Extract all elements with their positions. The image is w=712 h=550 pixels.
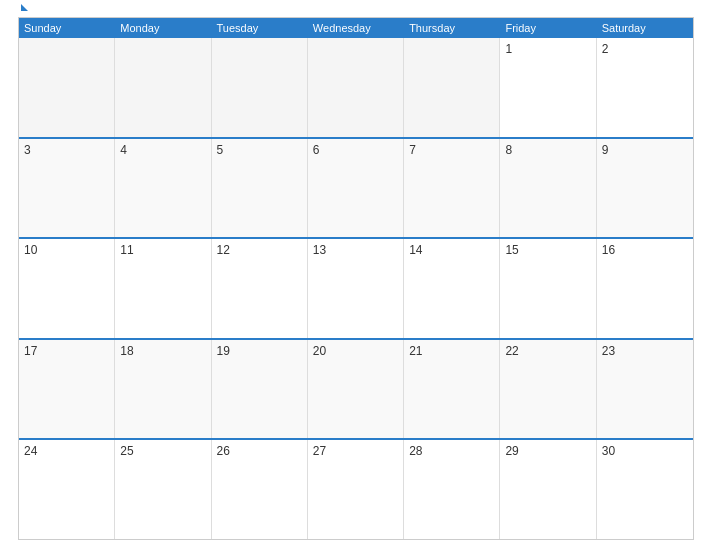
calendar-cell: 9 — [597, 139, 693, 238]
logo-triangle-icon — [21, 4, 28, 11]
calendar-cell: 18 — [115, 340, 211, 439]
calendar-week-4: 17181920212223 — [19, 338, 693, 439]
day-number: 30 — [602, 444, 615, 458]
day-number: 1 — [505, 42, 512, 56]
day-number: 8 — [505, 143, 512, 157]
day-number: 13 — [313, 243, 326, 257]
day-number: 6 — [313, 143, 320, 157]
calendar-cell: 12 — [212, 239, 308, 338]
day-number: 9 — [602, 143, 609, 157]
day-of-week-monday: Monday — [115, 18, 211, 38]
day-of-week-sunday: Sunday — [19, 18, 115, 38]
day-number: 16 — [602, 243, 615, 257]
day-number: 26 — [217, 444, 230, 458]
calendar-cell: 29 — [500, 440, 596, 539]
day-number: 17 — [24, 344, 37, 358]
day-number: 18 — [120, 344, 133, 358]
calendar-cell: 1 — [500, 38, 596, 137]
day-of-week-saturday: Saturday — [597, 18, 693, 38]
calendar-cell: 24 — [19, 440, 115, 539]
header — [18, 10, 694, 11]
page: SundayMondayTuesdayWednesdayThursdayFrid… — [0, 0, 712, 550]
calendar-cell — [212, 38, 308, 137]
calendar-header: SundayMondayTuesdayWednesdayThursdayFrid… — [19, 18, 693, 38]
calendar-body: 1234567891011121314151617181920212223242… — [19, 38, 693, 539]
day-of-week-tuesday: Tuesday — [212, 18, 308, 38]
calendar-week-5: 24252627282930 — [19, 438, 693, 539]
calendar-cell: 6 — [308, 139, 404, 238]
day-number: 3 — [24, 143, 31, 157]
day-number: 2 — [602, 42, 609, 56]
calendar-cell: 27 — [308, 440, 404, 539]
calendar-cell: 8 — [500, 139, 596, 238]
calendar-cell: 21 — [404, 340, 500, 439]
day-number: 7 — [409, 143, 416, 157]
day-number: 12 — [217, 243, 230, 257]
calendar-cell: 23 — [597, 340, 693, 439]
day-number: 11 — [120, 243, 133, 257]
calendar-cell: 10 — [19, 239, 115, 338]
calendar-cell: 25 — [115, 440, 211, 539]
calendar-cell: 28 — [404, 440, 500, 539]
calendar-cell: 17 — [19, 340, 115, 439]
calendar-cell: 4 — [115, 139, 211, 238]
calendar-cell: 11 — [115, 239, 211, 338]
calendar-cell: 2 — [597, 38, 693, 137]
day-number: 28 — [409, 444, 422, 458]
day-number: 20 — [313, 344, 326, 358]
day-number: 4 — [120, 143, 127, 157]
day-number: 10 — [24, 243, 37, 257]
day-number: 19 — [217, 344, 230, 358]
day-number: 24 — [24, 444, 37, 458]
calendar: SundayMondayTuesdayWednesdayThursdayFrid… — [18, 17, 694, 540]
day-number: 25 — [120, 444, 133, 458]
day-number: 14 — [409, 243, 422, 257]
calendar-cell: 26 — [212, 440, 308, 539]
calendar-cell — [19, 38, 115, 137]
calendar-cell: 5 — [212, 139, 308, 238]
calendar-week-2: 3456789 — [19, 137, 693, 238]
calendar-cell: 14 — [404, 239, 500, 338]
calendar-week-1: 12 — [19, 38, 693, 137]
calendar-cell: 30 — [597, 440, 693, 539]
day-number: 27 — [313, 444, 326, 458]
day-number: 21 — [409, 344, 422, 358]
day-of-week-friday: Friday — [500, 18, 596, 38]
day-of-week-thursday: Thursday — [404, 18, 500, 38]
calendar-cell: 22 — [500, 340, 596, 439]
day-number: 22 — [505, 344, 518, 358]
calendar-cell: 20 — [308, 340, 404, 439]
day-of-week-wednesday: Wednesday — [308, 18, 404, 38]
day-number: 23 — [602, 344, 615, 358]
calendar-cell — [308, 38, 404, 137]
day-number: 29 — [505, 444, 518, 458]
logo — [18, 10, 28, 11]
calendar-cell: 19 — [212, 340, 308, 439]
calendar-cell: 7 — [404, 139, 500, 238]
calendar-cell: 16 — [597, 239, 693, 338]
calendar-cell — [115, 38, 211, 137]
calendar-cell: 3 — [19, 139, 115, 238]
day-number: 15 — [505, 243, 518, 257]
calendar-week-3: 10111213141516 — [19, 237, 693, 338]
calendar-cell: 13 — [308, 239, 404, 338]
calendar-cell: 15 — [500, 239, 596, 338]
calendar-cell — [404, 38, 500, 137]
day-number: 5 — [217, 143, 224, 157]
